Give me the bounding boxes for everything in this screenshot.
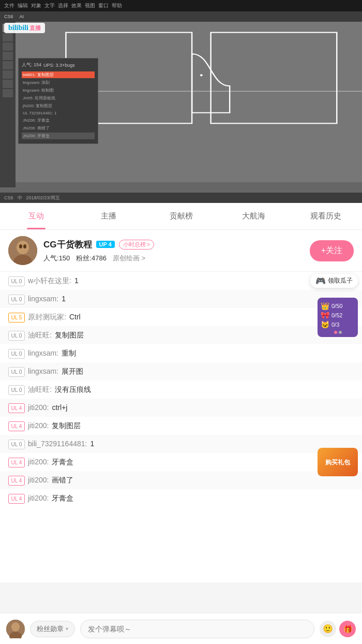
- chat-username: jiti200:: [28, 475, 49, 486]
- ai-tool-zoom[interactable]: [3, 70, 13, 79]
- avatar-image: [8, 236, 37, 265]
- ai-tool-fill[interactable]: [3, 89, 13, 97]
- ai-panel-ups: UPS: 3.3+bugs: [43, 63, 75, 68]
- tab-zhubo[interactable]: 主播: [72, 203, 145, 229]
- chat-message: UL 4 jiti200: 复制图层: [0, 417, 362, 435]
- menu-effect[interactable]: 效果: [71, 2, 82, 9]
- chat-message: UL 4 jiti200: 画错了: [0, 471, 362, 489]
- ai-status-zoom: 中: [18, 195, 22, 201]
- ai-tool-type[interactable]: [3, 42, 13, 51]
- shop-image: 购买礼包: [318, 448, 358, 476]
- chat-message: UL 0 油旺旺: 复制图层: [0, 326, 362, 344]
- ul-badge: UL 4: [8, 458, 25, 467]
- chat-area: UL 0 w小轩在这里: 1 UL 0 lingxsam: 1 UL 5 原封测…: [0, 272, 362, 582]
- bili-brand: bilibili: [8, 24, 28, 32]
- chat-content: 1: [62, 294, 66, 304]
- streamer-avatar[interactable]: [8, 236, 37, 265]
- tab-dahanghai[interactable]: 大航海: [217, 203, 290, 229]
- chat-username: lingxsam:: [28, 294, 58, 304]
- chat-username: w小轩在这里:: [28, 275, 71, 286]
- ai-menu-bar: CS6 AI: [0, 11, 362, 22]
- tab-hudong[interactable]: 互动: [0, 203, 72, 229]
- ul-badge: UL 0: [8, 331, 25, 341]
- shop-widget[interactable]: 购买礼包: [318, 448, 358, 476]
- ai-panel-row-4: jN200: 复制图层: [22, 103, 95, 109]
- chat-username: lingxsam:: [28, 366, 58, 377]
- menu-window[interactable]: 窗口: [98, 2, 109, 9]
- chat-username: jiti200:: [28, 402, 49, 413]
- stat-popularity: 人气:150: [43, 254, 70, 263]
- menu-text[interactable]: 文字: [44, 2, 55, 9]
- chat-content: 没有压痕线: [55, 384, 91, 395]
- chat-username: 油旺旺:: [28, 330, 52, 341]
- ul-badge: UL 0: [8, 276, 25, 286]
- ai-panel-row-0: bili801: 复制图层: [22, 71, 95, 78]
- menu-select[interactable]: 选择: [58, 2, 68, 9]
- ul-badge: UL 0: [8, 440, 25, 449]
- menu-file[interactable]: 文件: [4, 2, 14, 9]
- tab-gongxianbang[interactable]: 贡献榜: [145, 203, 217, 229]
- streamer-info: CG干货教程 UP 4 小时总榜 > 人气:150 粉丝:4786 原创绘画 >…: [0, 230, 362, 272]
- quest-row-2: 🐱 0/3: [321, 320, 355, 329]
- ai-tool-pen[interactable]: [3, 33, 13, 41]
- ai-bottom-bar: CS6 中 2018/02/23/周五: [0, 193, 362, 203]
- quest-icon-0: 👑: [321, 302, 329, 310]
- chat-message: UL 4 jiti200: ctrl+j: [0, 399, 362, 417]
- chat-content: 牙膏盒: [52, 493, 73, 504]
- ul-badge: UL 4: [8, 421, 25, 431]
- video-area: CS6 AI: [0, 11, 362, 203]
- system-topbar: 文件 编辑 对象 文字 选择 效果 视图 窗口 帮助: [0, 0, 362, 11]
- chat-content: 复制图层: [55, 330, 84, 341]
- quest-row-0: 👑 0/50: [321, 302, 355, 310]
- ai-tool-hand[interactable]: [3, 80, 13, 88]
- chat-message: UL 0 油旺旺: 没有压痕线: [0, 380, 362, 399]
- tabs-bar: 互动 主播 贡献榜 大航海 观看历史: [0, 203, 362, 230]
- menu-help[interactable]: 帮助: [112, 2, 122, 9]
- bili-live-label: 直播: [29, 24, 41, 32]
- ai-panel-popularity: 人气: 154: [22, 62, 41, 68]
- quest-icon-1: 🎀: [321, 311, 329, 319]
- chat-content: 展开图: [62, 366, 83, 377]
- ai-panel-row-8: JN206: 牙膏盒: [22, 133, 95, 139]
- svg-point-4: [200, 74, 203, 76]
- ai-panel-row-7: JN206: 画错了: [22, 125, 95, 131]
- quest-progress-1: 0/52: [331, 312, 342, 318]
- ul-badge: UL 5: [8, 313, 25, 323]
- melon-icon: 🎮: [315, 276, 326, 286]
- category-link[interactable]: 原创绘画 >: [113, 254, 145, 263]
- ul-badge: UL 4: [8, 476, 25, 486]
- chat-username: jiti200:: [28, 457, 49, 467]
- quest-icon-2: 🐱: [321, 320, 329, 329]
- quest-dot-inactive: [339, 331, 342, 334]
- streamer-stats: 人气:150 粉丝:4786 原创绘画 >: [43, 254, 304, 263]
- chat-username: 油旺旺:: [28, 384, 52, 395]
- tab-guankanlishi[interactable]: 观看历史: [290, 203, 362, 229]
- quest-progress-2: 0/3: [331, 321, 339, 328]
- chat-content: Ctrl: [69, 312, 81, 323]
- ai-status-cs: CS6: [4, 195, 13, 200]
- ai-tool-shape[interactable]: [3, 52, 13, 60]
- ai-layers-panel: 人气: 154 UPS: 3.3+bugs bili801: 复制图层 ling…: [18, 58, 98, 144]
- ai-panel-row-1: lingxsam: 深刻: [22, 79, 95, 86]
- streamer-name-row: CG干货教程 UP 4 小时总榜 >: [43, 239, 304, 251]
- chat-content: 复制图层: [52, 420, 81, 431]
- chat-message: UL 0 lingxsam: 展开图: [0, 362, 362, 380]
- follow-button[interactable]: +关注: [310, 240, 354, 261]
- stat-fans: 粉丝:4786: [76, 254, 107, 263]
- menu-object[interactable]: 对象: [31, 2, 41, 9]
- quest-panel[interactable]: 👑 0/50 🎀 0/52 🐱 0/3: [318, 298, 358, 337]
- ai-panel-row-6: JN206: 牙膏盒: [22, 117, 95, 124]
- ai-panel-header: 人气: 154 UPS: 3.3+bugs: [22, 62, 95, 68]
- chat-message: UL 0 lingxsam: 重制: [0, 344, 362, 362]
- menu-view[interactable]: 视图: [85, 2, 95, 9]
- chat-content: 重制: [62, 348, 76, 359]
- quest-progress-0: 0/50: [331, 303, 342, 309]
- ai-panel-row-2: lingxsam: 粉制图: [22, 87, 95, 94]
- chat-username: lingxsam:: [28, 348, 58, 359]
- melon-widget[interactable]: 🎮 领取瓜子: [310, 274, 358, 288]
- rank-badge-label: 小时总榜: [123, 241, 146, 248]
- ai-tool-brush[interactable]: [3, 61, 13, 69]
- chat-content: ctrl+j: [52, 402, 67, 413]
- rank-badge[interactable]: 小时总榜 >: [119, 240, 154, 250]
- menu-edit[interactable]: 编辑: [18, 2, 28, 9]
